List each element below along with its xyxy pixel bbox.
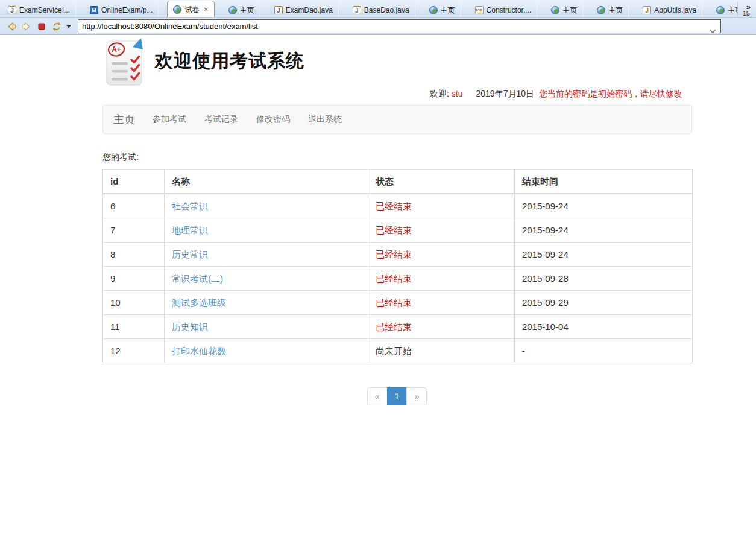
exam-id-cell: 8 (103, 243, 165, 267)
exam-status-cell: 已经结束 (368, 315, 515, 339)
exam-link[interactable]: 地理常识 (172, 225, 208, 235)
status-text: 已经结束 (376, 201, 412, 211)
status-text: 已经结束 (376, 322, 412, 332)
exam-link[interactable]: 历史知识 (172, 322, 208, 332)
exam-table-body: 6社会常识已经结束2015-09-247地理常识已经结束2015-09-248历… (103, 194, 693, 363)
editor-tab-list: JExamServiceI...MOnlineExam/p...试卷✕主页JEx… (0, 0, 737, 17)
caret-down-icon (66, 25, 71, 28)
editor-tab-label: 主页 (240, 5, 254, 16)
java-file-icon: J (8, 6, 16, 14)
back-button[interactable] (5, 20, 18, 33)
exam-name-cell: 常识考试(二) (165, 267, 368, 291)
refresh-dropdown-caret[interactable] (65, 20, 72, 33)
exam-status-cell: 已经结束 (368, 194, 515, 218)
stop-button[interactable] (35, 20, 48, 33)
javadoc-file-icon: J (643, 6, 651, 14)
exam-id-cell: 11 (103, 315, 165, 339)
editor-tab[interactable]: 主页 (546, 3, 583, 17)
welcome-bar: 欢迎:stu2019年7月10日您当前的密码是初始密码，请尽快修改 (102, 89, 692, 100)
exam-link[interactable]: 常识考试(二) (172, 273, 223, 284)
editor-tab[interactable]: 010Constructor.... (470, 3, 538, 17)
editor-tab-label: 主页 (441, 5, 455, 16)
editor-tab[interactable]: JBaseDao.java (347, 3, 415, 17)
exam-name-cell: 测试多选班级 (165, 291, 368, 315)
editor-tab[interactable]: 主页 (424, 3, 461, 17)
exam-link[interactable]: 测试多选班级 (172, 297, 226, 308)
table-row: 8历史常识已经结束2015-09-24 (103, 243, 693, 267)
editor-tab-bar: JExamServiceI...MOnlineExam/p...试卷✕主页JEx… (0, 0, 756, 18)
url-dropdown-chevron-icon[interactable] (709, 25, 716, 36)
globe-icon (551, 6, 559, 14)
editor-tab-label: 试卷 (184, 5, 199, 15)
pagination-prev[interactable]: « (367, 387, 388, 405)
editor-tab-label: BaseDao.java (364, 6, 409, 14)
refresh-button[interactable] (50, 20, 63, 33)
exam-id-cell: 7 (103, 218, 165, 243)
main-navbar: 主页 参加考试考试记录修改密码退出系统 (102, 105, 692, 134)
editor-tab-label: 主页 (562, 5, 577, 16)
table-row: 10测试多选班级已经结束2015-09-29 (103, 291, 693, 315)
exam-status-cell: 尚未开始 (368, 339, 515, 363)
browser-toolbar (0, 18, 756, 35)
nav-item[interactable]: 考试记录 (195, 114, 247, 125)
nav-item[interactable]: 修改密码 (247, 114, 299, 125)
globe-icon (716, 6, 725, 14)
editor-tab[interactable]: JExamDao.java (269, 3, 339, 17)
exam-endtime-cell: 2015-09-28 (515, 267, 693, 291)
editor-tab-label: ExamDao.java (286, 6, 333, 14)
back-arrow-icon (5, 21, 17, 33)
editor-tab[interactable]: JAopUtils.java (637, 3, 702, 17)
page-title: 欢迎使用考试系统 (155, 49, 304, 74)
java-file-icon: J (274, 6, 283, 14)
exam-name-cell: 历史知识 (165, 315, 368, 339)
nav-item[interactable]: 退出系统 (299, 114, 351, 125)
editor-tab-label: 主页 (608, 5, 623, 16)
table-header-cell: id (103, 170, 165, 194)
pagination-page-1[interactable]: 1 (387, 387, 408, 405)
refresh-icon (51, 21, 63, 33)
eclipse-browser-window: JExamServiceI...MOnlineExam/p...试卷✕主页JEx… (0, 0, 756, 546)
pagination-next[interactable]: » (406, 387, 427, 405)
editor-tab-label: 主页 (728, 5, 737, 16)
close-icon[interactable]: ✕ (203, 7, 208, 13)
editor-tab[interactable]: JExamServiceI... (2, 3, 76, 17)
current-date: 2019年7月10日 (476, 89, 534, 98)
editor-tab[interactable]: MOnlineExam/p... (84, 3, 159, 17)
table-header-cell: 名称 (165, 170, 368, 194)
table-row: 7地理常识已经结束2015-09-24 (103, 218, 693, 243)
table-row: 11历史知识已经结束2015-10-04 (103, 315, 693, 339)
exam-endtime-cell: 2015-09-24 (515, 218, 693, 243)
status-text: 已经结束 (376, 297, 412, 308)
class-file-icon: 010 (475, 6, 484, 14)
editor-tab-label: Constructor.... (487, 6, 532, 14)
exam-link[interactable]: 社会常识 (172, 201, 208, 211)
exam-link[interactable]: 历史常识 (172, 249, 208, 259)
exam-endtime-cell: 2015-09-24 (515, 194, 693, 218)
globe-icon (228, 6, 237, 14)
nav-brand-home[interactable]: 主页 (103, 112, 143, 127)
exam-id-cell: 12 (103, 339, 165, 363)
welcome-prefix: 欢迎: (430, 89, 449, 98)
editor-tab[interactable]: 主页 (591, 3, 629, 17)
forward-button[interactable] (20, 20, 33, 33)
exam-name-cell: 历史常识 (165, 243, 368, 267)
exam-table: id名称状态结束时间 6社会常识已经结束2015-09-247地理常识已经结束2… (102, 169, 693, 363)
status-text: 尚未开始 (376, 346, 412, 356)
table-header-cell: 状态 (368, 170, 515, 194)
exam-id-cell: 9 (103, 267, 165, 291)
java-file-icon: J (353, 6, 361, 14)
url-input[interactable] (78, 20, 720, 33)
editor-tab[interactable]: 主页 (223, 3, 260, 17)
nav-item[interactable]: 参加考试 (143, 114, 195, 125)
exam-status-cell: 已经结束 (368, 267, 515, 291)
exam-link[interactable]: 打印水仙花数 (172, 346, 226, 356)
tab-overflow-indicator[interactable]: » 15 (737, 2, 756, 17)
editor-tab[interactable]: 主页 (711, 3, 737, 17)
username: stu (452, 89, 463, 98)
exam-status-cell: 已经结束 (368, 218, 515, 243)
exam-logo: A+ (106, 38, 146, 86)
editor-tab[interactable]: 试卷✕ (167, 1, 214, 17)
exam-status-cell: 已经结束 (368, 243, 515, 267)
exam-system-page: A+ 欢迎使用考试系统 欢迎:stu2019年7月10日您当前的密码是初始密码，… (0, 35, 756, 405)
status-text: 已经结束 (376, 225, 412, 235)
